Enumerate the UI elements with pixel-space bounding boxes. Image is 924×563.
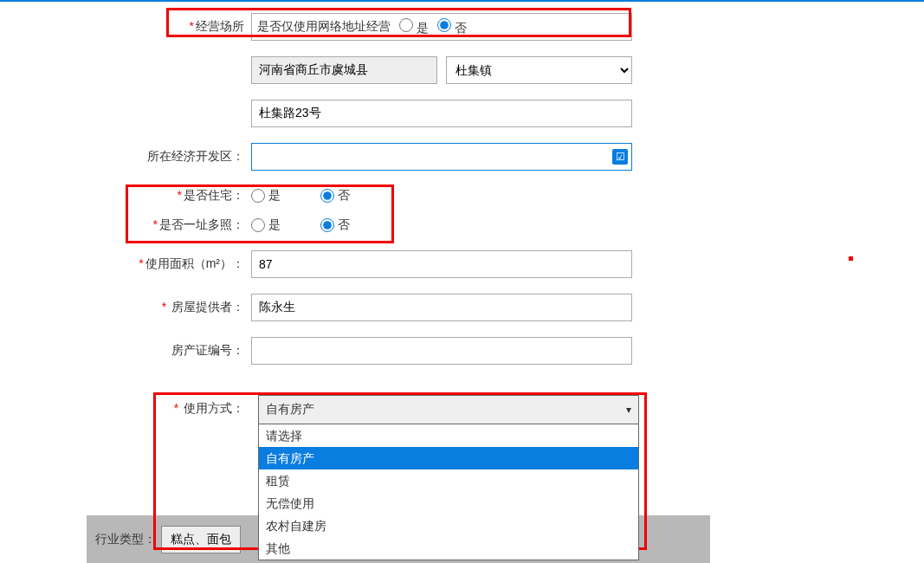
cert-label: 房产证编号： bbox=[171, 343, 244, 357]
option-other[interactable]: 其他 bbox=[259, 537, 638, 560]
chevron-down-icon: ▾ bbox=[626, 404, 631, 416]
industry-type-label: 行业类型： bbox=[95, 532, 156, 547]
town-select[interactable]: 杜集镇 bbox=[446, 56, 632, 84]
residence-yes-radio[interactable]: 是 bbox=[251, 188, 281, 204]
network-no-radio[interactable]: 否 bbox=[437, 18, 467, 36]
option-please-select[interactable]: 请选择 bbox=[259, 424, 638, 447]
cert-input[interactable] bbox=[251, 337, 632, 365]
select-icon[interactable]: ☑ bbox=[612, 149, 628, 165]
option-rent[interactable]: 租赁 bbox=[259, 469, 638, 492]
address-input[interactable] bbox=[251, 100, 632, 127]
use-method-label: 使用方式： bbox=[184, 401, 244, 415]
option-free-use[interactable]: 无偿使用 bbox=[259, 492, 638, 514]
multi-yes-radio[interactable]: 是 bbox=[251, 217, 281, 233]
area-label: 使用面积（m²）： bbox=[145, 256, 244, 270]
area-input[interactable] bbox=[251, 250, 632, 278]
option-rural-self-built[interactable]: 农村自建房 bbox=[259, 514, 638, 537]
option-own-property[interactable]: 自有房产 bbox=[259, 447, 638, 469]
provider-input[interactable] bbox=[251, 294, 632, 321]
use-method-selected: 自有房产 bbox=[266, 402, 314, 417]
business-place-label: 经营场所 bbox=[196, 19, 244, 33]
multi-no-radio[interactable]: 否 bbox=[320, 217, 350, 233]
dev-zone-label: 所在经济开发区： bbox=[147, 149, 244, 163]
provider-label: 房屋提供者： bbox=[171, 300, 244, 314]
network-yes-radio[interactable]: 是 bbox=[399, 18, 429, 36]
residence-label: 是否住宅： bbox=[184, 188, 244, 202]
pastry-button[interactable]: 糕点、面包 bbox=[161, 526, 241, 553]
residence-no-radio[interactable]: 否 bbox=[320, 188, 350, 204]
network-only-question: 是否仅使用网络地址经营 bbox=[257, 19, 391, 35]
region-input bbox=[251, 56, 437, 84]
use-method-select[interactable]: 自有房产 ▾ 请选择 自有房产 租赁 无偿使用 农村自建房 其他 bbox=[258, 395, 639, 560]
use-method-options: 请选择 自有房产 租赁 无偿使用 农村自建房 其他 bbox=[258, 424, 639, 560]
multi-license-label: 是否一址多照： bbox=[159, 217, 244, 231]
dev-zone-input[interactable]: ☑ bbox=[251, 143, 632, 171]
red-dot bbox=[849, 256, 853, 261]
